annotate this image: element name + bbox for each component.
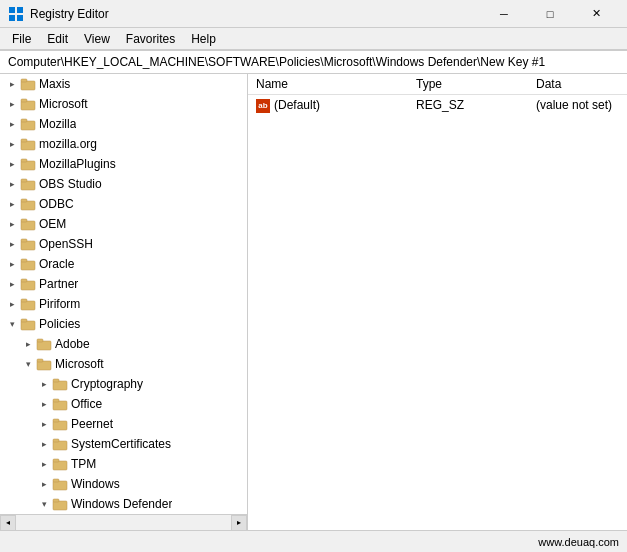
detail-body: ab(Default)REG_SZ(value not set)	[248, 95, 627, 116]
expander-windows[interactable]	[36, 476, 52, 492]
svg-rect-52	[21, 321, 35, 330]
expander-microsoft-policies[interactable]	[20, 356, 36, 372]
expander-odbc[interactable]	[4, 196, 20, 212]
tree-item-mozilla-org[interactable]: mozilla.org	[0, 134, 247, 154]
tree-item-oem[interactable]: OEM	[0, 214, 247, 234]
folder-icon-cryptography	[52, 376, 68, 392]
svg-rect-3	[17, 15, 23, 21]
expander-cryptography[interactable]	[36, 376, 52, 392]
tree-item-windows-defender[interactable]: Windows Defender	[0, 494, 247, 514]
menu-item-edit[interactable]: Edit	[39, 30, 76, 48]
address-bar: Computer\HKEY_LOCAL_MACHINE\SOFTWARE\Pol…	[0, 50, 627, 74]
minimize-button[interactable]: ─	[481, 0, 527, 28]
maximize-button[interactable]: □	[527, 0, 573, 28]
expander-oem[interactable]	[4, 216, 20, 232]
svg-rect-36	[21, 241, 35, 250]
menu-item-help[interactable]: Help	[183, 30, 224, 48]
expander-openssh[interactable]	[4, 236, 20, 252]
tree-item-adobe[interactable]: Adobe	[0, 334, 247, 354]
svg-rect-62	[37, 359, 43, 362]
svg-rect-66	[53, 379, 59, 382]
expander-partner[interactable]	[4, 276, 20, 292]
folder-icon-maxis	[20, 76, 36, 92]
tree-item-oracle[interactable]: Oracle	[0, 254, 247, 274]
folder-icon-systemcertificates	[52, 436, 68, 452]
tree-item-cryptography[interactable]: Cryptography	[0, 374, 247, 394]
tree-label-partner: Partner	[39, 277, 78, 291]
tree-label-office: Office	[71, 397, 102, 411]
scroll-left-btn[interactable]: ◂	[0, 515, 16, 531]
menu-item-favorites[interactable]: Favorites	[118, 30, 183, 48]
expander-mozilla-org[interactable]	[4, 136, 20, 152]
folder-icon-piriform	[20, 296, 36, 312]
tree-item-openssh[interactable]: OpenSSH	[0, 234, 247, 254]
svg-rect-22	[21, 159, 27, 162]
tree-label-obs-studio: OBS Studio	[39, 177, 102, 191]
expander-microsoft-top[interactable]	[4, 96, 20, 112]
tree-item-obs-studio[interactable]: OBS Studio	[0, 174, 247, 194]
expander-obs-studio[interactable]	[4, 176, 20, 192]
expander-windows-defender[interactable]	[36, 496, 52, 512]
window-controls: ─ □ ✕	[481, 0, 619, 28]
tree-item-systemcertificates[interactable]: SystemCertificates	[0, 434, 247, 454]
expander-adobe[interactable]	[20, 336, 36, 352]
tree-item-piriform[interactable]: Piriform	[0, 294, 247, 314]
expander-mozilla[interactable]	[4, 116, 20, 132]
tree-label-maxis: Maxis	[39, 77, 70, 91]
menu-bar: FileEditViewFavoritesHelp	[0, 28, 627, 50]
folder-icon-policies	[20, 316, 36, 332]
svg-rect-18	[21, 139, 27, 142]
tree-label-piriform: Piriform	[39, 297, 80, 311]
folder-icon-oem	[20, 216, 36, 232]
tree-item-microsoft-top[interactable]: Microsoft	[0, 94, 247, 114]
tree-item-partner[interactable]: Partner	[0, 274, 247, 294]
tree-label-tpm: TPM	[71, 457, 96, 471]
menu-item-file[interactable]: File	[4, 30, 39, 48]
svg-rect-30	[21, 199, 27, 202]
tree-item-mozilla[interactable]: Mozilla	[0, 114, 247, 134]
tree-scroll[interactable]: Maxis Microsoft Mozilla mozilla.org Mozi…	[0, 74, 247, 514]
tree-label-oracle: Oracle	[39, 257, 74, 271]
tree-item-mozillaplugins[interactable]: MozillaPlugins	[0, 154, 247, 174]
tree-label-oem: OEM	[39, 217, 66, 231]
table-row[interactable]: ab(Default)REG_SZ(value not set)	[248, 95, 627, 116]
tree-label-mozilla: Mozilla	[39, 117, 76, 131]
expander-maxis[interactable]	[4, 76, 20, 92]
svg-rect-90	[53, 499, 59, 502]
expander-piriform[interactable]	[4, 296, 20, 312]
close-button[interactable]: ✕	[573, 0, 619, 28]
expander-policies[interactable]	[4, 316, 20, 332]
svg-rect-12	[21, 121, 35, 130]
expander-office[interactable]	[36, 396, 52, 412]
expander-systemcertificates[interactable]	[36, 436, 52, 452]
tree-item-office[interactable]: Office	[0, 394, 247, 414]
expander-peernet[interactable]	[36, 416, 52, 432]
detail-header: Name Type Data	[248, 74, 627, 95]
svg-rect-10	[21, 99, 27, 102]
tree-item-policies[interactable]: Policies	[0, 314, 247, 334]
menu-item-view[interactable]: View	[76, 30, 118, 48]
svg-rect-74	[53, 419, 59, 422]
tree-item-odbc[interactable]: ODBC	[0, 194, 247, 214]
detail-scroll[interactable]: Name Type Data ab(Default)REG_SZ(value n…	[248, 74, 627, 530]
svg-rect-82	[53, 459, 59, 462]
tree-item-tpm[interactable]: TPM	[0, 454, 247, 474]
expander-mozillaplugins[interactable]	[4, 156, 20, 172]
folder-icon-peernet	[52, 416, 68, 432]
tree-item-windows[interactable]: Windows	[0, 474, 247, 494]
tree-item-maxis[interactable]: Maxis	[0, 74, 247, 94]
svg-rect-58	[37, 339, 43, 342]
svg-rect-26	[21, 179, 27, 182]
scroll-right-btn[interactable]: ▸	[231, 515, 247, 531]
tree-label-policies: Policies	[39, 317, 80, 331]
address-path: Computer\HKEY_LOCAL_MACHINE\SOFTWARE\Pol…	[8, 55, 545, 69]
tree-label-odbc: ODBC	[39, 197, 74, 211]
expander-tpm[interactable]	[36, 456, 52, 472]
tree-item-peernet[interactable]: Peernet	[0, 414, 247, 434]
status-right: www.deuaq.com	[538, 536, 619, 548]
right-panel: Name Type Data ab(Default)REG_SZ(value n…	[248, 74, 627, 530]
svg-rect-86	[53, 479, 59, 482]
tree-item-microsoft-policies[interactable]: Microsoft	[0, 354, 247, 374]
folder-icon-mozilla-org	[20, 136, 36, 152]
expander-oracle[interactable]	[4, 256, 20, 272]
